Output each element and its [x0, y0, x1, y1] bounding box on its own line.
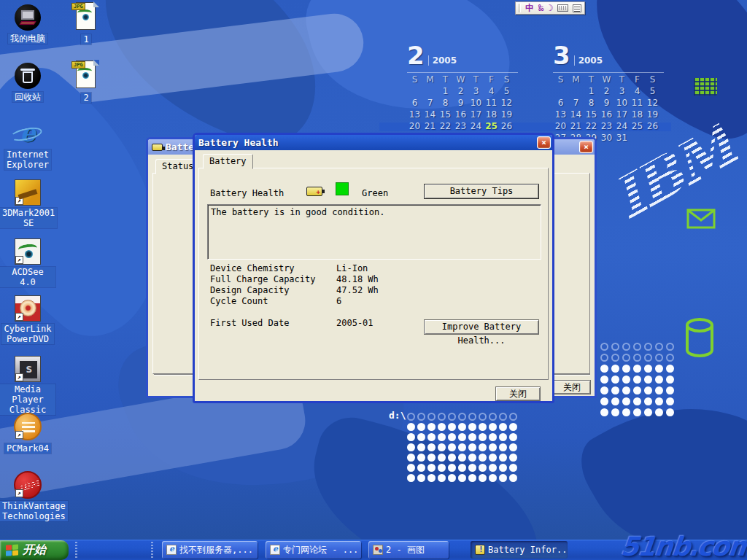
- calendar-dow-cell: M: [422, 74, 438, 86]
- desktop-icon-pcmark04[interactable]: ↗ PCMark04: [0, 413, 55, 454]
- calendar-day-cell: 23: [599, 121, 614, 133]
- dots-grid: [599, 341, 676, 418]
- calendar-day-cell: 13: [553, 109, 568, 121]
- icon-label: 2: [81, 93, 90, 103]
- powerdvd-icon: ↗: [15, 295, 41, 322]
- start-label: 开始: [23, 542, 46, 558]
- start-button[interactable]: 开始: [0, 540, 69, 560]
- field-label: First Used Date: [210, 318, 336, 329]
- calendar-month: 2: [407, 44, 425, 66]
- calendar-day-cell: [553, 86, 568, 98]
- ime-grip-handle[interactable]: [519, 4, 521, 12]
- improve-battery-health-button[interactable]: Improve Battery Health...: [424, 319, 539, 335]
- shortcut-arrow-icon: ↗: [15, 197, 23, 205]
- task-button-server-not-found[interactable]: 找不到服务器,...: [162, 541, 258, 559]
- calendar-day-cell: 17: [468, 109, 484, 121]
- icon-label: PCMark04: [4, 443, 51, 454]
- calendar-day-cell: 19: [499, 109, 514, 121]
- desktop-icon-my-computer[interactable]: 我的电脑: [0, 4, 55, 44]
- calendar-dow-cell: W: [599, 74, 614, 86]
- desktop-icon-recycle-bin[interactable]: 回收站: [0, 63, 55, 103]
- condition-text: The battery is in good condition.: [211, 207, 384, 217]
- dialog-titlebar[interactable]: Battery Health ×: [195, 135, 552, 150]
- calendar-day-cell: 4: [484, 86, 499, 98]
- 3dmark-icon: ↗: [15, 179, 41, 206]
- calendar-day-cell: 11: [484, 98, 499, 109]
- desktop-icon-powerdvd[interactable]: ↗ CyberLink PowerDVD: [0, 295, 55, 345]
- dialog-close-button[interactable]: 关闭: [495, 386, 541, 401]
- battery-field-row: Design Capacity47.52 Wh: [210, 285, 379, 296]
- media-player-classic-icon: ↗: [15, 356, 41, 382]
- desktop-icon-3dmark2001[interactable]: ↗ 3DMark2001 SE: [0, 179, 55, 229]
- field-value: 47.52 Wh: [336, 285, 379, 296]
- calendar-day-cell: 16: [453, 109, 468, 121]
- task-button-paint[interactable]: 2 - 画图: [368, 541, 449, 559]
- calendar-day-cell: 23: [453, 121, 468, 133]
- my-computer-icon: [15, 4, 41, 31]
- calendar-day-cell: 22: [584, 121, 599, 133]
- health-label: Battery Health: [210, 188, 284, 198]
- calendar-dow-cell: W: [453, 74, 468, 86]
- paint-icon: [373, 545, 383, 555]
- dots-grid: [406, 411, 518, 483]
- drive-label: d:\: [389, 410, 406, 421]
- calendar-day-cell: 30: [599, 133, 614, 144]
- battery-field-row: Cycle Count6: [210, 296, 379, 307]
- desktop-icon-media-player-classic[interactable]: ↗ Media Player Classic: [0, 356, 55, 416]
- battery-tips-button[interactable]: Battery Tips: [424, 184, 539, 199]
- calendar-day-cell: 17: [614, 109, 630, 121]
- desktop-icon-acdsee[interactable]: ↗ ACDSee 4.0: [0, 238, 55, 288]
- calendar-divider: [407, 72, 518, 73]
- calendar-dow-cell: T: [438, 74, 453, 86]
- calendar-day-cell: 18: [630, 109, 645, 121]
- health-status-swatch: [336, 182, 349, 195]
- calendar-day-cell: 12: [499, 98, 514, 109]
- shortcut-arrow-icon: ↗: [15, 489, 23, 497]
- ime-fullwidth-icon[interactable]: ☽: [548, 4, 553, 12]
- desktop-icon-file-1[interactable]: JPG 1: [58, 2, 114, 45]
- task-button-forum[interactable]: 专门网论坛 - ...: [266, 541, 361, 559]
- calendar-day-cell: 1: [438, 86, 453, 98]
- field-value: 48.18 Wh: [336, 274, 379, 285]
- shortcut-arrow-icon: ↗: [15, 313, 23, 321]
- desktop-icon-internet-explorer[interactable]: e Internet Explorer: [0, 120, 55, 171]
- calendar-dow-cell: S: [499, 74, 514, 86]
- calendar-day-cell: 21: [422, 121, 438, 133]
- desktop-icon-thinkvantage[interactable]: IBM ↗ ThinkVantage Technologies: [0, 471, 55, 522]
- calendar-day-cell: 22: [438, 121, 453, 133]
- battery-health-icon: +: [306, 187, 322, 196]
- calendar-day-cell: 7: [422, 98, 438, 109]
- icon-label: 1: [81, 34, 90, 44]
- task-button-battery-information[interactable]: Battery Infor...: [471, 541, 568, 559]
- jpg-file-icon: JPG: [74, 2, 98, 31]
- calendar-day-cell: [630, 133, 645, 144]
- ime-menu-icon[interactable]: [573, 4, 581, 12]
- calendar-day-cell: 20: [407, 121, 422, 133]
- windows-flag-icon: [6, 544, 19, 556]
- battery-window-icon: [152, 144, 163, 151]
- calendar-day-cell: 3: [614, 86, 630, 98]
- grid-deco-icon: [694, 78, 717, 96]
- tab-battery[interactable]: Battery: [203, 154, 253, 169]
- ime-language-bar[interactable]: 中 ‰ ☽: [515, 1, 585, 15]
- calendar-dow-cell: T: [614, 74, 630, 86]
- close-icon[interactable]: ×: [579, 141, 593, 153]
- close-button[interactable]: 关闭: [553, 380, 591, 394]
- calendar-day-cell: 2: [453, 86, 468, 98]
- soft-keyboard-icon[interactable]: [557, 4, 568, 12]
- taskbar-separator: [151, 542, 153, 558]
- calendar-day-cell: 18: [484, 109, 499, 121]
- dialog-title: Battery Health: [198, 137, 537, 148]
- calendar-day-cell: [407, 86, 422, 98]
- icon-label: CyberLink PowerDVD: [1, 324, 53, 344]
- task-label: 专门网论坛 - ...: [283, 544, 358, 556]
- calendar-day-cell: 31: [614, 133, 630, 144]
- battery-health-dialog[interactable]: Battery Health × Battery Battery Health …: [193, 133, 554, 403]
- calendar-day-cell: 1: [584, 86, 599, 98]
- desktop-icon-file-2[interactable]: JPG 2: [58, 61, 114, 104]
- close-icon[interactable]: ×: [537, 136, 551, 149]
- calendar-day-cell: 16: [599, 109, 614, 121]
- ime-mode-icon[interactable]: 中: [525, 4, 534, 12]
- ime-punctuation-icon[interactable]: ‰: [538, 4, 543, 12]
- calendar-day-cell: 5: [645, 86, 660, 98]
